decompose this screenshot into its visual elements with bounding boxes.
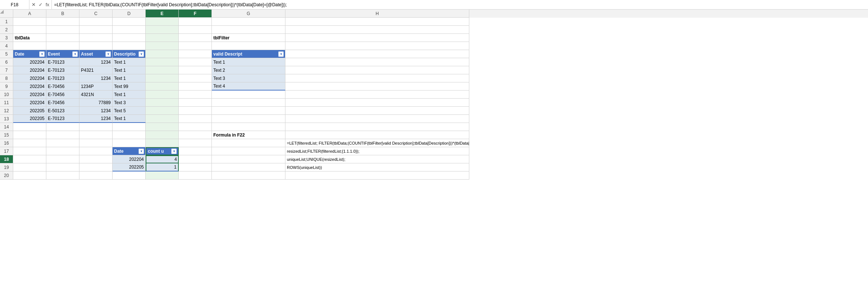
validdesc-filter-icon[interactable]: ▾ (278, 52, 284, 57)
cell-b13[interactable]: 202205 (13, 115, 46, 123)
cell-b9[interactable]: 202204 (13, 82, 46, 91)
asset-filter-icon[interactable]: ▾ (106, 52, 111, 57)
cell-f8[interactable] (146, 74, 179, 82)
cell-d1[interactable] (79, 18, 113, 26)
col-header-c[interactable]: C (79, 10, 113, 18)
cell-e10[interactable]: Text 1 (113, 91, 146, 99)
cell-c10[interactable]: E-70456 (46, 91, 79, 99)
cell-b3-tbldata-label[interactable]: tblData (13, 34, 46, 42)
cell-f7[interactable] (146, 66, 179, 74)
cell-b11[interactable]: 202204 (13, 99, 46, 107)
cell-e8[interactable]: Text 1 (113, 74, 146, 82)
cell-f15b[interactable] (179, 131, 212, 139)
cell-f11[interactable] (146, 99, 179, 107)
cell-g6[interactable]: Text 1 (212, 58, 285, 66)
cell-reference[interactable]: F18 (0, 0, 29, 9)
cell-c20[interactable] (46, 171, 79, 180)
cell-d17[interactable] (79, 147, 113, 155)
cell-b8[interactable]: 202204 (13, 74, 46, 82)
cell-g19[interactable] (212, 163, 285, 171)
cell-f12b[interactable] (179, 107, 212, 115)
cell-c4[interactable] (46, 42, 79, 50)
cell-g14[interactable] (212, 123, 285, 131)
cell-f2[interactable] (146, 26, 179, 34)
cell-f8b[interactable] (179, 74, 212, 82)
cell-e13[interactable]: Text 1 (113, 115, 146, 123)
cell-h11[interactable] (285, 99, 469, 107)
cell-c16[interactable] (46, 139, 79, 147)
cell-c17[interactable] (46, 147, 79, 155)
cell-b19[interactable] (13, 163, 46, 171)
cell-h3[interactable] (285, 34, 469, 42)
fx-icon[interactable]: fx (45, 2, 50, 7)
cell-g11[interactable] (212, 99, 285, 107)
cell-e14[interactable] (113, 123, 146, 131)
cell-c3[interactable] (46, 34, 79, 42)
cell-f4b[interactable] (179, 42, 212, 50)
tblfilter-header-validdesc[interactable]: valid Descript ▾ (212, 50, 285, 58)
cell-d9[interactable]: 1234P (79, 82, 113, 91)
cell-f3[interactable] (146, 34, 179, 42)
tbldata-header-event[interactable]: Event ▾ (46, 50, 79, 58)
cell-d13[interactable]: 1234 (79, 115, 113, 123)
cell-c15[interactable] (46, 131, 79, 139)
cell-c8[interactable]: E-70123 (46, 74, 79, 82)
cell-g4[interactable] (212, 42, 285, 50)
col-header-a[interactable]: A (13, 10, 46, 18)
cell-g3-tblfilter-label[interactable]: tblFilter (212, 34, 285, 42)
cell-g7[interactable]: Text 2 (212, 66, 285, 74)
cell-f7b[interactable] (179, 66, 212, 74)
cell-e4[interactable] (113, 42, 146, 50)
cell-f2b[interactable] (179, 26, 212, 34)
cell-f6b[interactable] (179, 58, 212, 66)
cell-e12[interactable]: Text 5 (113, 107, 146, 115)
cell-c2[interactable] (46, 26, 79, 34)
cell-c1[interactable] (46, 18, 79, 26)
cell-d12[interactable]: 1234 (79, 107, 113, 115)
result-header-count[interactable]: count u ▾ (146, 147, 179, 155)
cell-f10[interactable] (146, 91, 179, 99)
cell-d2[interactable] (79, 26, 113, 34)
cell-b18[interactable] (13, 155, 46, 163)
cell-f15[interactable] (146, 131, 179, 139)
cell-h1[interactable] (285, 18, 469, 26)
cell-b2[interactable] (13, 26, 46, 34)
cell-g10[interactable] (212, 91, 285, 99)
cell-e2[interactable] (113, 26, 146, 34)
cell-d6[interactable]: 1234 (79, 58, 113, 66)
cell-c6[interactable]: E-70123 (46, 58, 79, 66)
cell-g16[interactable] (212, 139, 285, 147)
cell-f12[interactable] (146, 107, 179, 115)
cell-h15[interactable] (285, 131, 469, 139)
cell-h8[interactable] (285, 74, 469, 82)
tbldata-header-date[interactable]: Date ▾ (13, 50, 46, 58)
cell-f16b[interactable] (179, 139, 212, 147)
col-header-h[interactable]: H (285, 10, 469, 18)
cell-g12[interactable] (212, 107, 285, 115)
cell-f17b[interactable] (179, 147, 212, 155)
cell-e7[interactable]: Text 1 (113, 66, 146, 74)
cell-f5[interactable] (146, 50, 179, 58)
cell-d10[interactable]: 4321N (79, 91, 113, 99)
formula-input[interactable] (52, 0, 868, 9)
cell-c19[interactable] (46, 163, 79, 171)
cell-d20[interactable] (79, 171, 113, 180)
cell-f11b[interactable] (179, 99, 212, 107)
cell-d14[interactable] (79, 123, 113, 131)
cell-f14[interactable] (146, 123, 179, 131)
cell-f5b[interactable] (179, 50, 212, 58)
cell-h9[interactable] (285, 82, 469, 91)
result-date-filter-icon[interactable]: ▾ (139, 149, 144, 154)
cell-g18[interactable] (212, 155, 285, 163)
cell-g9[interactable]: Text 4 (212, 82, 285, 91)
cell-e11[interactable]: Text 3 (113, 99, 146, 107)
cell-f1b[interactable] (179, 18, 212, 26)
result-header-date[interactable]: Date ▾ (113, 147, 146, 155)
cell-h4[interactable] (285, 42, 469, 50)
cell-e18-result-date[interactable]: 202204 (113, 155, 146, 163)
cell-d4[interactable] (79, 42, 113, 50)
cell-e20[interactable] (113, 171, 146, 180)
cell-c12[interactable]: E-50123 (46, 107, 79, 115)
cell-b14[interactable] (13, 123, 46, 131)
cell-b7[interactable]: 202204 (13, 66, 46, 74)
